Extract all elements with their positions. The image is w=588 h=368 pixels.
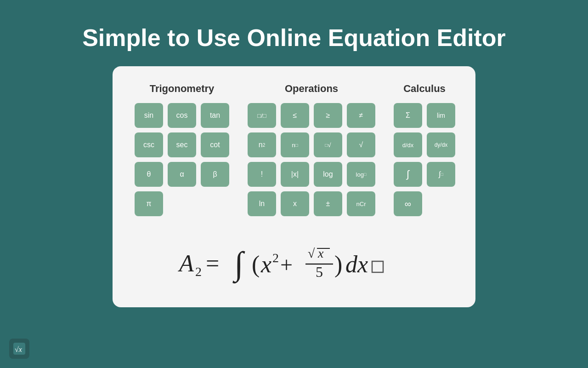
btn-gte[interactable]: ≥ bbox=[314, 103, 342, 128]
svg-text:+: + bbox=[280, 253, 293, 277]
ops-section: Operations □/□ ≤ ≥ ≠ n2 n□ □√ √ ! |x| lo… bbox=[248, 83, 375, 216]
calc-section: Calculus Σ lim d/dx dy/dx ∫ ∫□ ∞ bbox=[394, 83, 455, 216]
svg-text:5: 5 bbox=[316, 264, 323, 280]
svg-text:∫: ∫ bbox=[232, 245, 245, 284]
btn-logn[interactable]: log□ bbox=[347, 162, 375, 187]
calc-section-title: Calculus bbox=[403, 83, 446, 95]
ops-section-title: Operations bbox=[285, 83, 338, 95]
btn-intn[interactable]: ∫□ bbox=[427, 162, 455, 187]
btn-neq[interactable]: ≠ bbox=[347, 103, 375, 128]
btn-sec[interactable]: sec bbox=[168, 132, 196, 157]
equation-svg: A 2 = ∫ ( x 2 + √ x 5 ) bbox=[175, 231, 413, 291]
btn-theta[interactable]: θ bbox=[135, 162, 163, 187]
btn-int[interactable]: ∫ bbox=[394, 162, 422, 187]
btn-cos[interactable]: cos bbox=[168, 103, 196, 128]
svg-text:): ) bbox=[334, 251, 342, 278]
trig-section: Trigonometry sin cos tan csc sec cot θ α… bbox=[135, 83, 229, 216]
svg-text:x: x bbox=[260, 251, 271, 277]
btn-fact[interactable]: ! bbox=[248, 162, 276, 187]
btn-sum[interactable]: Σ bbox=[394, 103, 422, 128]
svg-text:√x: √x bbox=[15, 345, 22, 353]
equation-editor-card: Trigonometry sin cos tan csc sec cot θ α… bbox=[113, 66, 475, 307]
page-title: Simple to Use Online Equation Editor bbox=[82, 24, 506, 52]
btn-lte[interactable]: ≤ bbox=[281, 103, 309, 128]
btn-beta[interactable]: β bbox=[201, 162, 229, 187]
btn-ln[interactable]: ln bbox=[248, 191, 276, 216]
btn-sqrtn[interactable]: □√ bbox=[314, 132, 342, 157]
logo: √x bbox=[9, 339, 29, 359]
btn-ddx[interactable]: d/dx bbox=[394, 132, 422, 157]
btn-dydx[interactable]: dy/dx bbox=[427, 132, 455, 157]
svg-text:dx: dx bbox=[345, 251, 368, 277]
svg-text:√: √ bbox=[308, 246, 315, 260]
btn-pm[interactable]: ± bbox=[314, 191, 342, 216]
trig-section-title: Trigonometry bbox=[150, 83, 215, 95]
svg-text:x: x bbox=[317, 246, 324, 260]
btn-log[interactable]: log bbox=[314, 162, 342, 187]
btn-ncr[interactable]: nCr bbox=[347, 191, 375, 216]
btn-sqrt[interactable]: √ bbox=[347, 132, 375, 157]
btn-tan[interactable]: tan bbox=[201, 103, 229, 128]
btn-alpha[interactable]: α bbox=[168, 162, 196, 187]
btn-lim[interactable]: lim bbox=[427, 103, 455, 128]
ops-button-grid: □/□ ≤ ≥ ≠ n2 n□ □√ √ ! |x| log log□ ln x… bbox=[248, 103, 375, 216]
btn-pi[interactable]: π bbox=[135, 191, 163, 216]
equation-display-area: A 2 = ∫ ( x 2 + √ x 5 ) bbox=[135, 231, 453, 291]
btn-cot[interactable]: cot bbox=[201, 132, 229, 157]
btn-inf[interactable]: ∞ bbox=[394, 191, 422, 216]
svg-text:A: A bbox=[178, 250, 194, 276]
button-sections: Trigonometry sin cos tan csc sec cot θ α… bbox=[135, 83, 453, 216]
svg-text:2: 2 bbox=[272, 251, 279, 265]
svg-rect-15 bbox=[372, 261, 383, 272]
btn-nsq[interactable]: n2 bbox=[248, 132, 276, 157]
btn-npow[interactable]: n□ bbox=[281, 132, 309, 157]
btn-x[interactable]: x bbox=[281, 191, 309, 216]
btn-abs[interactable]: |x| bbox=[281, 162, 309, 187]
btn-csc[interactable]: csc bbox=[135, 132, 163, 157]
calc-button-grid: Σ lim d/dx dy/dx ∫ ∫□ ∞ bbox=[394, 103, 455, 216]
svg-text:2: 2 bbox=[195, 264, 202, 279]
btn-sin[interactable]: sin bbox=[135, 103, 163, 128]
btn-frac[interactable]: □/□ bbox=[248, 103, 276, 128]
logo-icon: √x bbox=[12, 342, 26, 356]
svg-text:=: = bbox=[206, 250, 219, 276]
svg-text:(: ( bbox=[252, 251, 260, 278]
trig-button-grid: sin cos tan csc sec cot θ α β π bbox=[135, 103, 229, 216]
